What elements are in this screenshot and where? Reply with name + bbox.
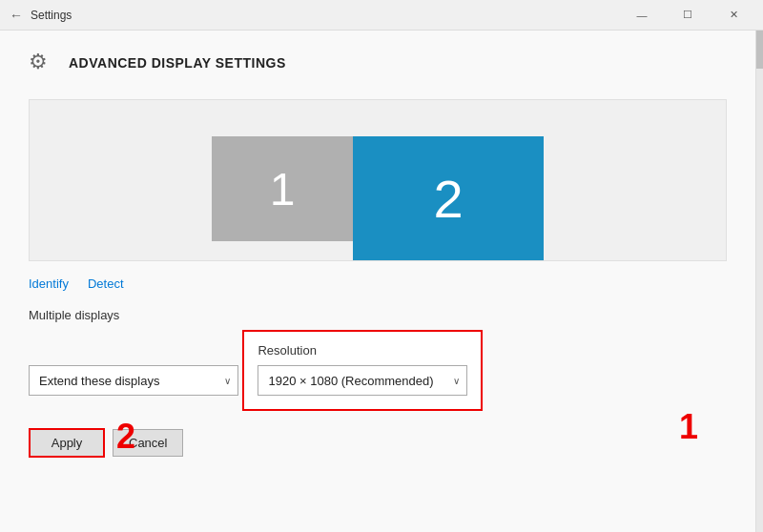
header-row: ⚙ ADVANCED DISPLAY SETTINGS: [29, 50, 727, 76]
gear-icon: ⚙: [29, 50, 55, 76]
resolution-wrapper: 1920 × 1080 (Recommended) 1600 × 900 128…: [258, 365, 467, 396]
title-bar-controls: — ☐ ✕: [620, 0, 755, 31]
main-panel: ⚙ ADVANCED DISPLAY SETTINGS 1 2 Identify…: [0, 31, 755, 532]
page-title: ADVANCED DISPLAY SETTINGS: [69, 55, 286, 71]
identify-link[interactable]: Identify: [29, 276, 69, 291]
scrollbar-thumb[interactable]: [756, 31, 763, 69]
close-button[interactable]: ✕: [711, 0, 755, 31]
resolution-select[interactable]: 1920 × 1080 (Recommended) 1600 × 900 128…: [258, 365, 467, 396]
title-bar: ← Settings — ☐ ✕: [0, 0, 763, 31]
title-bar-left: ← Settings: [10, 8, 72, 23]
multiple-displays-wrapper: Extend these displays Duplicate these di…: [29, 365, 238, 396]
resolution-label: Resolution: [258, 343, 467, 358]
display-preview: 1 2: [29, 99, 727, 261]
apply-button[interactable]: Apply: [29, 428, 105, 458]
maximize-button[interactable]: ☐: [666, 0, 710, 31]
annotation-1: 1: [679, 407, 698, 447]
monitor-1[interactable]: 1: [212, 136, 353, 241]
scrollbar[interactable]: [755, 31, 763, 532]
buttons-row: Apply 2 Cancel: [29, 428, 727, 458]
back-button[interactable]: ←: [10, 8, 23, 23]
minimize-button[interactable]: —: [620, 0, 664, 31]
links-row: Identify Detect: [29, 276, 727, 291]
title-bar-title: Settings: [31, 9, 72, 22]
annotation-2: 2: [116, 417, 135, 457]
resolution-box: Resolution 1920 × 1080 (Recommended) 160…: [242, 330, 483, 411]
multiple-displays-select[interactable]: Extend these displays Duplicate these di…: [29, 365, 238, 396]
multiple-displays-label: Multiple displays: [29, 308, 727, 322]
content-area: ⚙ ADVANCED DISPLAY SETTINGS 1 2 Identify…: [0, 31, 763, 532]
monitor-2[interactable]: 2: [353, 136, 544, 260]
detect-link[interactable]: Detect: [88, 276, 124, 291]
